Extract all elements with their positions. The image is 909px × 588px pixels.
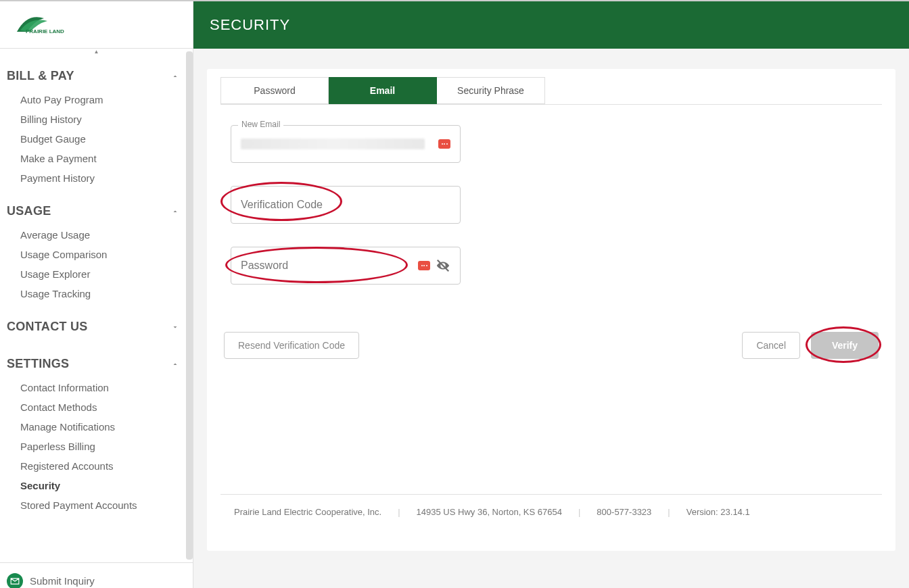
scroll-up-arrow-icon: ▲ [94,49,99,55]
nav-item-stored-payment-accounts[interactable]: Stored Payment Accounts [7,495,186,515]
verification-code-field-wrap: Verification Code [231,186,461,224]
submit-inquiry-button[interactable]: Submit Inquiry [0,562,193,588]
submit-inquiry-label: Submit Inquiry [30,575,95,587]
footer: Prairie Land Electric Cooperative, Inc. … [220,494,882,524]
logo-text: PRAIRIE LAND [26,28,64,34]
tab-password[interactable]: Password [220,77,329,104]
nav-item-usage-comparison[interactable]: Usage Comparison [7,245,186,264]
nav-item-budget-gauge[interactable]: Budget Gauge [7,129,186,149]
footer-phone: 800-577-3323 [597,507,651,517]
verification-code-input[interactable]: Verification Code [231,186,461,224]
nav-item-paperless-billing[interactable]: Paperless Billing [7,437,186,456]
nav-item-billing-history[interactable]: Billing History [7,109,186,129]
chevron-down-icon [171,323,179,331]
nav-header-title: USAGE [7,204,51,218]
new-email-input[interactable]: New Email [231,125,461,163]
tab-security-phrase[interactable]: Security Phrase [437,77,545,104]
separator: | [398,507,400,517]
resend-verification-button[interactable]: Resend Verification Code [224,332,359,359]
nav-scroll[interactable]: ▲ BILL & PAY Auto Pay Program Billing Hi… [0,49,193,562]
password-field-wrap: Password [231,247,461,285]
footer-version: Version: 23.14.1 [686,507,750,517]
nav-item-average-usage[interactable]: Average Usage [7,225,186,245]
sidebar: PRAIRIE LAND ▲ BILL & PAY Auto Pay Progr… [0,1,193,588]
nav-header-title: CONTACT US [7,320,88,334]
verify-button[interactable]: Verify [811,332,879,359]
password-manager-badge-icon[interactable] [438,139,450,149]
footer-company: Prairie Land Electric Cooperative, Inc. [234,507,381,517]
security-card: Password Email Security Phrase New Email [207,69,895,551]
nav-item-usage-tracking[interactable]: Usage Tracking [7,284,186,303]
page-title: SECURITY [210,16,290,34]
password-input[interactable]: Password [231,247,461,285]
nav-item-registered-accounts[interactable]: Registered Accounts [7,456,186,476]
nav-item-contact-information[interactable]: Contact Information [7,378,186,397]
cancel-button[interactable]: Cancel [742,332,800,359]
main-content: SECURITY Password Email Security Phrase … [193,1,909,588]
nav-item-make-payment[interactable]: Make a Payment [7,149,186,168]
separator: | [668,507,670,517]
logo-area: PRAIRIE LAND [0,1,193,49]
verification-code-label: Verification Code [241,199,323,211]
nav-header-usage[interactable]: USAGE [7,197,186,225]
chevron-up-icon [171,72,179,80]
separator: | [578,507,580,517]
footer-address: 14935 US Hwy 36, Norton, KS 67654 [417,507,562,517]
password-label: Password [241,260,418,272]
chevron-up-icon [171,207,179,216]
chevron-up-icon [171,360,179,368]
nav-header-title: SETTINGS [7,357,69,371]
logo-icon: PRAIRIE LAND [14,11,68,39]
visibility-off-icon[interactable] [436,258,450,273]
new-email-field-wrap: New Email [231,125,461,163]
nav-item-security[interactable]: Security [7,476,186,495]
security-tabs: Password Email Security Phrase [220,77,882,105]
nav-item-manage-notifications[interactable]: Manage Notifications [7,417,186,437]
tab-email[interactable]: Email [329,77,437,104]
nav-header-settings[interactable]: SETTINGS [7,350,186,378]
redacted-email-value [241,139,425,149]
nav-header-title: BILL & PAY [7,69,74,83]
email-icon [7,573,23,589]
nav-item-payment-history[interactable]: Payment History [7,168,186,188]
page-header: SECURITY [193,1,909,49]
nav-item-contact-methods[interactable]: Contact Methods [7,397,186,417]
nav-item-auto-pay[interactable]: Auto Pay Program [7,90,186,109]
nav-header-contact-us[interactable]: CONTACT US [7,313,186,341]
new-email-label: New Email [238,120,283,129]
scrollbar-track[interactable] [186,51,193,560]
nav-item-usage-explorer[interactable]: Usage Explorer [7,264,186,284]
nav-header-bill-pay[interactable]: BILL & PAY [7,62,186,90]
password-manager-badge-icon[interactable] [418,261,430,270]
